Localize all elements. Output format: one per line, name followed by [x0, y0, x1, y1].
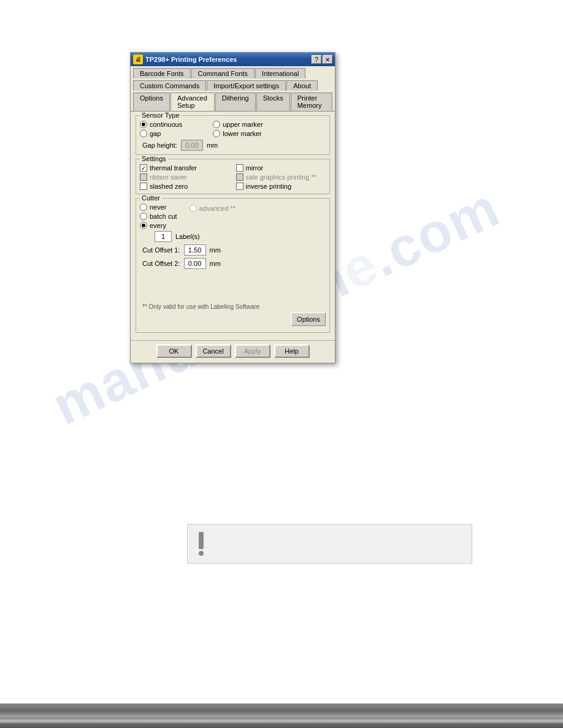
sensor-type-group: Sensor Type continuous gap — [136, 115, 330, 155]
radio-continuous[interactable]: continuous — [140, 121, 182, 128]
checkbox-sale-graphics-input — [236, 173, 243, 181]
radio-upper-marker-input[interactable] — [213, 121, 220, 128]
title-bar-buttons: ? ✕ — [312, 55, 332, 64]
radio-lower-marker[interactable]: lower marker — [213, 130, 262, 137]
notification-box — [187, 524, 472, 564]
checkbox-thermal-transfer-label: thermal transfer — [150, 164, 197, 172]
radio-gap[interactable]: gap — [140, 130, 182, 137]
exclamation-dot — [199, 551, 204, 556]
radio-upper-marker[interactable]: upper marker — [213, 121, 262, 128]
printing-preferences-dialog: 🖨 TP298+ Printing Preferences ? ✕ Barcod… — [130, 52, 335, 363]
checkbox-slashed-zero-input[interactable] — [140, 183, 147, 190]
tab-international[interactable]: International — [255, 68, 306, 78]
tab-barcode-fonts[interactable]: Barcode Fonts — [133, 68, 191, 78]
cutter-group: Cutter never batch cut every — [136, 198, 330, 333]
checkbox-ribbon-saver[interactable]: ribbon saver — [140, 173, 230, 181]
gap-height-input[interactable] — [181, 140, 203, 151]
radio-never[interactable]: never — [140, 203, 177, 211]
cut-offset-1-input[interactable] — [184, 245, 206, 256]
checkbox-slashed-zero-label: slashed zero — [150, 183, 188, 190]
checkbox-sale-graphics-label: sale graphics printing ** — [246, 173, 317, 181]
tab-row-3: Options Advanced Setup Dithering Stocks … — [131, 91, 335, 111]
checkbox-thermal-transfer[interactable]: thermal transfer — [140, 164, 230, 172]
checkbox-ribbon-saver-label: ribbon saver — [150, 173, 187, 181]
title-bar: 🖨 TP298+ Printing Preferences ? ✕ — [131, 53, 335, 66]
tab-command-fonts[interactable]: Command Fonts — [191, 68, 255, 78]
tab-stocks[interactable]: Stocks — [256, 93, 290, 111]
radio-upper-marker-label: upper marker — [223, 121, 262, 128]
settings-group: Settings thermal transfer ribbon saver s… — [136, 159, 330, 194]
exclamation-mark — [199, 532, 204, 549]
radio-lower-marker-input[interactable] — [213, 130, 220, 137]
settings-grid: thermal transfer ribbon saver slashed ze… — [140, 164, 326, 190]
radio-advanced-input — [190, 205, 197, 212]
checkbox-ribbon-saver-input — [140, 173, 147, 181]
checkbox-mirror-input[interactable] — [236, 164, 243, 172]
close-title-button[interactable]: ✕ — [323, 55, 332, 64]
help-button[interactable]: Help — [274, 344, 310, 358]
radio-lower-marker-label: lower marker — [223, 130, 262, 137]
tab-row-1: Barcode Fonts Command Fonts Internationa… — [131, 66, 335, 78]
checkbox-inverse-printing-input[interactable] — [236, 183, 243, 190]
gap-height-row: Gap height: mm — [140, 140, 326, 151]
tab-row-2: Custom Commands Import/Export settings A… — [131, 78, 335, 91]
footer-note: ** Only valid for use with Labeling Soft… — [142, 303, 326, 310]
radio-every[interactable]: every — [140, 222, 177, 229]
radio-batch-cut[interactable]: batch cut — [140, 213, 177, 220]
gap-height-unit: mm — [207, 142, 218, 149]
printer-icon: 🖨 — [133, 55, 143, 64]
checkbox-mirror[interactable]: mirror — [236, 164, 326, 172]
cut-offset-2-unit: mm — [210, 260, 221, 267]
radio-every-label: every — [150, 222, 166, 229]
every-labels-input[interactable] — [155, 231, 172, 242]
every-labels-row: Label(s) — [140, 231, 326, 242]
ok-button[interactable]: OK — [156, 344, 192, 358]
checkbox-thermal-transfer-input[interactable] — [140, 164, 147, 172]
radio-continuous-label: continuous — [150, 121, 182, 128]
checkbox-inverse-printing-label: inverse printing — [246, 183, 292, 190]
radio-advanced: advanced ** — [190, 205, 236, 212]
cut-offset-2-row: Cut Offset 2: mm — [140, 258, 326, 269]
tab-options[interactable]: Options — [133, 93, 170, 111]
radio-gap-label: gap — [150, 130, 161, 137]
help-title-button[interactable]: ? — [312, 55, 321, 64]
cut-offset-1-row: Cut Offset 1: mm — [140, 245, 326, 256]
apply-button[interactable]: Apply — [235, 344, 270, 358]
tab-about[interactable]: About — [286, 80, 318, 91]
checkbox-sale-graphics: sale graphics printing ** — [236, 173, 326, 181]
cancel-button[interactable]: Cancel — [196, 344, 231, 358]
radio-batch-cut-label: batch cut — [150, 213, 177, 220]
cut-offset-2-input[interactable] — [184, 258, 206, 269]
radio-never-label: never — [150, 203, 167, 211]
dialog-content: Sensor Type continuous gap — [131, 111, 335, 340]
cut-offset-1-unit: mm — [210, 246, 221, 254]
radio-gap-input[interactable] — [140, 130, 147, 137]
radio-batch-cut-input[interactable] — [140, 213, 147, 220]
bottom-buttons: OK Cancel Apply Help — [131, 340, 335, 363]
options-button-row: Options — [140, 313, 326, 326]
bottom-bar — [0, 703, 563, 728]
checkbox-mirror-label: mirror — [246, 164, 264, 172]
tab-import-export[interactable]: Import/Export settings — [207, 80, 286, 91]
radio-never-input[interactable] — [140, 203, 147, 211]
checkbox-slashed-zero[interactable]: slashed zero — [140, 183, 230, 190]
tab-advanced-setup[interactable]: Advanced Setup — [170, 93, 215, 111]
bottom-bar-inner — [0, 716, 563, 723]
gap-height-label: Gap height: — [142, 142, 177, 149]
radio-continuous-input[interactable] — [140, 121, 147, 128]
dialog-title: TP298+ Printing Preferences — [145, 56, 309, 63]
every-labels-unit: Label(s) — [175, 233, 200, 240]
cut-offset-2-label: Cut Offset 2: — [142, 260, 180, 267]
options-button[interactable]: Options — [291, 313, 326, 326]
radio-every-input[interactable] — [140, 222, 147, 229]
notification-icon — [195, 532, 207, 556]
tab-custom-commands[interactable]: Custom Commands — [133, 80, 206, 91]
cut-offset-1-label: Cut Offset 1: — [142, 246, 180, 254]
tab-printer-memory[interactable]: Printer Memory — [291, 93, 332, 111]
checkbox-inverse-printing[interactable]: inverse printing — [236, 183, 326, 190]
cutter-label: Cutter — [140, 194, 162, 202]
settings-label: Settings — [140, 155, 168, 162]
tab-dithering[interactable]: Dithering — [215, 93, 256, 111]
cutter-radios: never batch cut every — [140, 203, 177, 229]
sensor-type-label: Sensor Type — [140, 112, 182, 119]
